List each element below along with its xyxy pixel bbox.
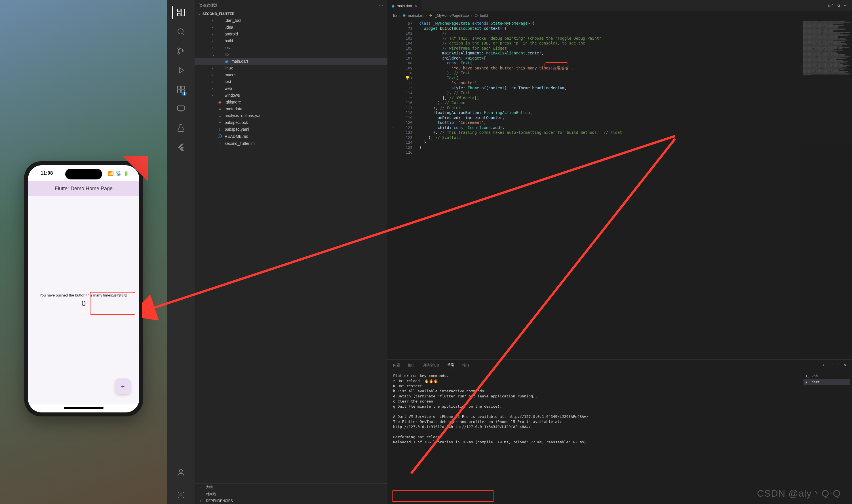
status-icons: 📶📡🔋	[108, 170, 129, 176]
section-header[interactable]: ›时间线	[195, 491, 387, 498]
svg-rect-11	[178, 106, 184, 110]
svg-rect-0	[178, 9, 180, 12]
terminal[interactable]: Flutter run key commands. r Hot reload. …	[387, 371, 852, 504]
app-body: You have pushed the button this many tim…	[28, 196, 139, 404]
ios-simulator: 11:08 📶📡🔋 Flutter Demo Home Page You hav…	[0, 0, 167, 504]
folder-item[interactable]: ›android	[195, 31, 387, 37]
panel-tab[interactable]: 输出	[408, 361, 415, 370]
file-item[interactable]: ≡.metadata	[195, 105, 387, 112]
svg-rect-7	[178, 86, 181, 89]
more-icon[interactable]: ⋯	[844, 4, 848, 8]
file-item[interactable]: ◈.gitignore	[195, 98, 387, 105]
svg-point-4	[178, 48, 180, 50]
close-icon[interactable]: ✕	[414, 4, 418, 8]
more-icon[interactable]: ⋯	[829, 363, 833, 368]
file-item[interactable]: ⟩second_flutter.iml	[195, 140, 387, 147]
svg-point-3	[178, 29, 183, 34]
activity-bar: 1	[167, 0, 195, 504]
svg-rect-1	[178, 13, 180, 16]
account-icon[interactable]	[172, 463, 190, 481]
folder-item[interactable]: ›build	[195, 37, 387, 44]
search-icon[interactable]	[172, 23, 190, 41]
breadcrumb[interactable]: lib› ◉main.dart› ❖_MyHomePageState› ⬡bui…	[387, 11, 852, 19]
folder-item[interactable]: ›test	[195, 78, 387, 85]
project-root[interactable]: ⌄SECOND_FLUTTER	[195, 11, 387, 17]
new-terminal-icon[interactable]: ＋	[822, 363, 826, 368]
counter-value: 0	[82, 299, 86, 308]
explorer-header: 资源管理器 ⋯	[195, 0, 387, 11]
folder-item[interactable]: ›windows	[195, 92, 387, 98]
section-header[interactable]: ›大纲	[195, 484, 387, 491]
app-bar: Flutter Demo Home Page	[28, 181, 139, 196]
status-time: 11:08	[40, 170, 53, 176]
panel-tab[interactable]: 端口	[462, 361, 469, 370]
folder-item[interactable]: ›.idea	[195, 24, 387, 31]
run-debug-icon[interactable]	[172, 61, 190, 79]
editor-area: ◉ main.dart ✕ ▷ ˅ ⧉ ⋯ lib› ◉main.dart› ❖…	[387, 0, 852, 504]
explorer-panel: 资源管理器 ⋯ ⌄SECOND_FLUTTER ›.dart_tool›.ide…	[195, 0, 387, 504]
terminal-session[interactable]: ❯_zsh	[803, 373, 850, 379]
source-control-icon[interactable]	[172, 42, 190, 60]
remote-icon[interactable]	[172, 100, 190, 118]
code-editor[interactable]: + 57721021031041051061071081091101111121…	[387, 19, 852, 359]
fab-button[interactable]: +	[115, 378, 131, 394]
section-header[interactable]: ›DEPENDENCIES	[195, 498, 387, 504]
explorer-icon[interactable]	[172, 3, 190, 21]
panel-tab[interactable]: 问题	[393, 361, 400, 370]
iphone-frame: 11:08 📶📡🔋 Flutter Demo Home Page You hav…	[24, 161, 143, 416]
split-editor-icon[interactable]: ⧉	[837, 4, 840, 8]
file-item[interactable]: ◉main.dart	[195, 58, 387, 65]
file-tree: ›.dart_tool›.idea›android›build›ios⌄lib◉…	[195, 17, 387, 483]
folder-item[interactable]: ›macos	[195, 71, 387, 78]
bottom-panel: 问题输出调试控制台终端端口＋⋯⌃✕ Flutter run key comman…	[387, 359, 852, 504]
file-item[interactable]: !pubspec.yaml	[195, 126, 387, 133]
panel-tab[interactable]: 终端	[447, 360, 454, 370]
file-item[interactable]: ≡analysis_options.yaml	[195, 112, 387, 119]
svg-rect-2	[182, 9, 184, 16]
panel-tabs: 问题输出调试控制台终端端口＋⋯⌃✕	[387, 360, 852, 371]
minimap[interactable]: ███████████████████████████████████████ …	[801, 19, 852, 359]
tab-main-dart[interactable]: ◉ main.dart ✕	[387, 0, 422, 11]
extensions-icon[interactable]: 1	[172, 80, 190, 98]
file-item[interactable]: ≡pubspec.lock	[195, 119, 387, 126]
testing-icon[interactable]	[172, 119, 190, 137]
home-indicator	[64, 407, 104, 409]
svg-point-5	[178, 52, 180, 54]
folder-item[interactable]: ›web	[195, 85, 387, 92]
settings-icon[interactable]	[172, 486, 190, 504]
more-icon[interactable]: ⋯	[379, 3, 383, 8]
folder-item[interactable]: ›.dart_tool	[195, 17, 387, 24]
explorer-sections: ›大纲›时间线›DEPENDENCIES	[195, 483, 387, 504]
svg-point-12	[179, 469, 183, 472]
run-icon[interactable]: ▷ ˅	[829, 4, 834, 8]
svg-rect-9	[178, 90, 181, 93]
flutter-icon[interactable]	[172, 138, 190, 157]
folder-item[interactable]: ›linux	[195, 65, 387, 71]
close-panel-icon[interactable]: ✕	[844, 363, 846, 368]
svg-point-13	[180, 494, 182, 496]
maximize-icon[interactable]: ⌃	[837, 363, 839, 368]
panel-tab[interactable]: 调试控制台	[423, 361, 440, 370]
svg-rect-8	[181, 86, 184, 89]
file-item[interactable]: ⓘREADME.md	[195, 133, 387, 140]
editor-tabs: ◉ main.dart ✕ ▷ ˅ ⧉ ⋯	[387, 0, 852, 11]
folder-item[interactable]: ⌄lib	[195, 51, 387, 58]
folder-item[interactable]: ›ios	[195, 44, 387, 51]
terminal-session[interactable]: ❯_dart	[803, 379, 850, 385]
svg-point-6	[182, 50, 184, 52]
vscode-window: 1 资源管理器 ⋯ ⌄SECOND_FLUTTER ›.dart_tool›.i…	[167, 0, 852, 504]
terminal-sessions: ❯_zsh❯_dart	[801, 371, 852, 504]
watermark: CSDN @aly丶Q-Q	[757, 487, 841, 500]
